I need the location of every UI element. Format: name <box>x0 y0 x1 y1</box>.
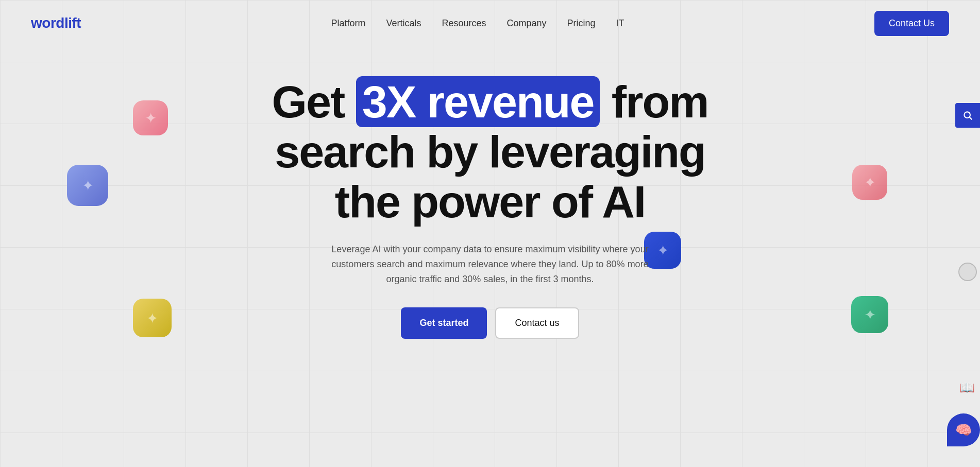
get-started-button[interactable]: Get started <box>401 307 487 339</box>
nav-item-pricing[interactable]: Pricing <box>567 18 596 29</box>
hero-title-before: Get <box>272 76 356 127</box>
hero-section: Get 3X revenue fromsearch by leveragingt… <box>0 46 980 339</box>
nav-item-lang[interactable]: IT <box>616 18 624 29</box>
side-chat-button[interactable]: 🧠 <box>947 413 980 446</box>
nav-item-company[interactable]: Company <box>507 18 547 29</box>
nav-links: Platform Verticals Resources Company Pri… <box>331 18 624 29</box>
svg-point-0 <box>964 112 970 118</box>
hero-subtitle: Leverage AI with your company data to en… <box>330 242 650 286</box>
hero-title: Get 3X revenue fromsearch by leveragingt… <box>258 77 722 227</box>
navbar: wordlift Platform Verticals Resources Co… <box>0 0 980 46</box>
side-search-button[interactable] <box>955 103 980 128</box>
contact-us-hero-button[interactable]: Contact us <box>495 307 579 339</box>
nav-item-platform[interactable]: Platform <box>331 18 365 29</box>
nav-item-resources[interactable]: Resources <box>442 18 486 29</box>
side-circle-indicator <box>958 263 977 281</box>
side-book-icon[interactable]: 📖 <box>959 380 975 395</box>
hero-buttons: Get started Contact us <box>0 307 980 339</box>
contact-us-button[interactable]: Contact Us <box>874 11 949 36</box>
brand-logo[interactable]: wordlift <box>31 15 81 31</box>
nav-item-verticals[interactable]: Verticals <box>386 18 421 29</box>
svg-line-1 <box>970 117 972 120</box>
hero-title-highlight: 3X revenue <box>356 76 600 127</box>
